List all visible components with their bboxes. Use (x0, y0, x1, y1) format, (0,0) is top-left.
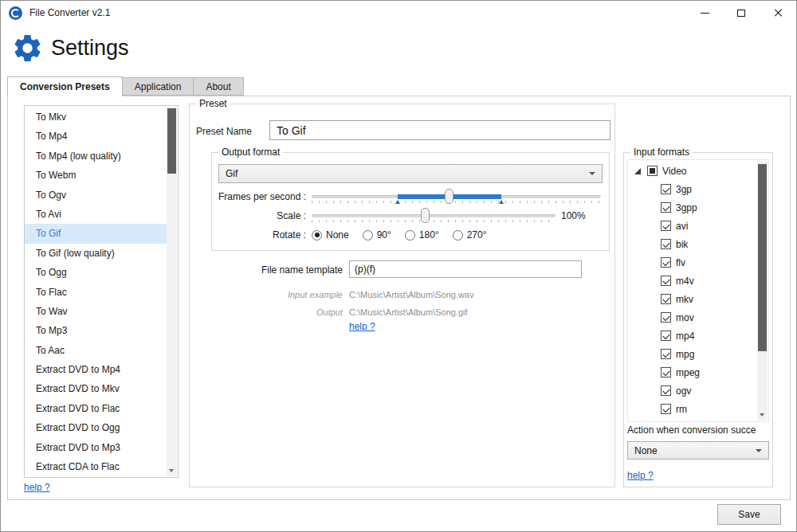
checkbox-checked-icon[interactable] (661, 221, 671, 231)
output-format-group-label: Output format (218, 147, 283, 158)
tab-conversion-presets[interactable]: Conversion Presets (7, 76, 123, 96)
scale-row: Scale : 100% (212, 207, 609, 225)
checkbox-checked-icon[interactable] (661, 239, 671, 249)
rotate-option[interactable]: 270° (453, 229, 487, 241)
preset-name-label: Preset Name (196, 126, 252, 137)
file-name-template-label: File name template (190, 264, 343, 276)
format-item[interactable]: flv (630, 253, 757, 272)
scroll-down-icon[interactable] (760, 413, 764, 417)
rotate-option[interactable]: 180° (405, 229, 439, 241)
save-button[interactable]: Save (717, 504, 781, 525)
preset-list-items: To MkvTo Mp4To Mp4 (low quality)To WebmT… (25, 108, 167, 475)
checkbox-checked-icon[interactable] (661, 257, 671, 268)
output-format-combobox[interactable]: Gif (218, 164, 603, 183)
scrollbar-thumb[interactable] (167, 108, 176, 174)
preset-list-item[interactable]: To Flac (25, 283, 167, 302)
fps-selection-end-marker (499, 200, 504, 204)
input-formats-groupbox: Input formats Video 3gp 3gpp (623, 152, 773, 487)
format-item[interactable]: ogv (630, 381, 757, 400)
format-item[interactable]: 3gpp (630, 198, 757, 217)
fps-slider[interactable] (312, 188, 601, 205)
preset-list-item[interactable]: To Mp3 (25, 321, 167, 340)
preset-list-scrollbar[interactable] (167, 107, 177, 476)
scale-slider[interactable] (312, 207, 556, 225)
checkbox-indeterminate-icon[interactable] (647, 166, 658, 176)
maximize-button[interactable] (723, 1, 760, 25)
rotate-options: None 90° 180° 270° (312, 226, 487, 244)
preset-list-item[interactable]: To Webm (25, 166, 167, 185)
format-item[interactable]: m4v (630, 272, 757, 290)
format-item[interactable]: mov (630, 308, 757, 327)
format-item[interactable]: avi (630, 217, 757, 235)
scale-slider-ticks (312, 220, 556, 222)
preset-list-item[interactable]: Extract DVD to Mp3 (25, 438, 167, 457)
preset-list-item[interactable]: Extract DVD to Flac (25, 399, 167, 418)
checkbox-checked-icon[interactable] (661, 184, 671, 194)
format-item[interactable]: mpeg (630, 363, 757, 381)
format-item[interactable]: bik (630, 235, 757, 253)
fps-label: Frames per second : (212, 191, 306, 202)
chevron-down-icon (589, 172, 595, 175)
preset-name-input[interactable] (269, 120, 611, 140)
checkbox-checked-icon[interactable] (661, 276, 671, 286)
tab-content-panel: To MkvTo Mp4To Mp4 (low quality)To WebmT… (7, 96, 791, 500)
radio-icon (453, 230, 463, 241)
scale-label: Scale : (212, 210, 306, 221)
rotate-option[interactable]: None (312, 229, 349, 241)
tab-application[interactable]: Application (123, 77, 194, 96)
scrollbar-thumb[interactable] (758, 164, 767, 351)
input-example-value: C:\Music\Artist\Album\Song.wav (349, 290, 474, 299)
rotate-option[interactable]: 90° (363, 229, 391, 241)
preset-list-item[interactable]: Extract DVD to Mp4 (25, 360, 167, 379)
radio-icon (312, 230, 322, 241)
format-item[interactable]: 3gp (630, 180, 757, 198)
checkbox-checked-icon[interactable] (661, 312, 671, 323)
fps-row: Frames per second : (212, 188, 609, 205)
preset-list-item[interactable]: To Mp4 (25, 127, 167, 146)
checkbox-checked-icon[interactable] (661, 385, 671, 396)
presets-help-link[interactable]: help ? (24, 482, 50, 493)
rotate-row: Rotate : None 90° 180° (212, 226, 609, 244)
format-item[interactable]: mpg (630, 345, 757, 363)
template-help-link[interactable]: help ? (349, 321, 375, 332)
format-item[interactable]: rm (630, 400, 757, 418)
formats-scrollbar[interactable] (757, 161, 768, 421)
scroll-down-icon[interactable] (169, 469, 174, 472)
conversion-action-combobox[interactable]: None (627, 441, 769, 460)
checkbox-checked-icon[interactable] (661, 367, 671, 377)
preset-list-item[interactable]: To Avi (25, 205, 167, 224)
fps-slider-thumb[interactable] (445, 189, 453, 204)
preset-list-item[interactable]: To Gif (25, 224, 167, 243)
checkbox-checked-icon[interactable] (661, 331, 671, 341)
page-header: Settings (11, 32, 129, 65)
preset-list-item[interactable]: To Mkv (25, 108, 167, 127)
scale-slider-thumb[interactable] (421, 208, 430, 223)
checkbox-checked-icon[interactable] (661, 404, 671, 414)
preset-list-item[interactable]: To Ogv (25, 186, 167, 205)
preset-list-item[interactable]: Extract DVD to Mkv (25, 379, 167, 398)
format-item[interactable]: mkv (630, 290, 757, 308)
checkbox-checked-icon[interactable] (661, 294, 671, 304)
preset-list-item[interactable]: To Wav (25, 302, 167, 321)
preset-list-item[interactable]: To Mp4 (low quality) (25, 147, 167, 166)
minimize-button[interactable] (686, 1, 723, 25)
checkbox-checked-icon[interactable] (661, 202, 671, 213)
close-button[interactable] (760, 1, 796, 25)
file-name-template-input[interactable] (349, 260, 582, 278)
formats-help-link[interactable]: help ? (627, 470, 654, 481)
tree-expander-icon[interactable] (634, 168, 641, 174)
preset-list-item[interactable]: Extract DVD to Ogg (25, 418, 167, 437)
preset-list-item[interactable]: To Aac (25, 341, 167, 360)
maximize-icon (737, 10, 745, 17)
checkbox-checked-icon[interactable] (661, 349, 671, 359)
preset-list-item[interactable]: Extract CDA to Flac (25, 457, 167, 475)
minimize-icon (701, 13, 709, 14)
input-example-label: Input example (190, 290, 343, 299)
scale-slider-rail[interactable] (312, 214, 556, 217)
preset-list-item[interactable]: To Gif (low quality) (25, 244, 167, 263)
preset-list-item[interactable]: To Ogg (25, 263, 167, 282)
format-category-video[interactable]: Video (630, 162, 757, 180)
format-category-label: Video (662, 166, 686, 177)
format-item[interactable]: mp4 (630, 327, 757, 345)
tab-about[interactable]: About (194, 77, 243, 96)
